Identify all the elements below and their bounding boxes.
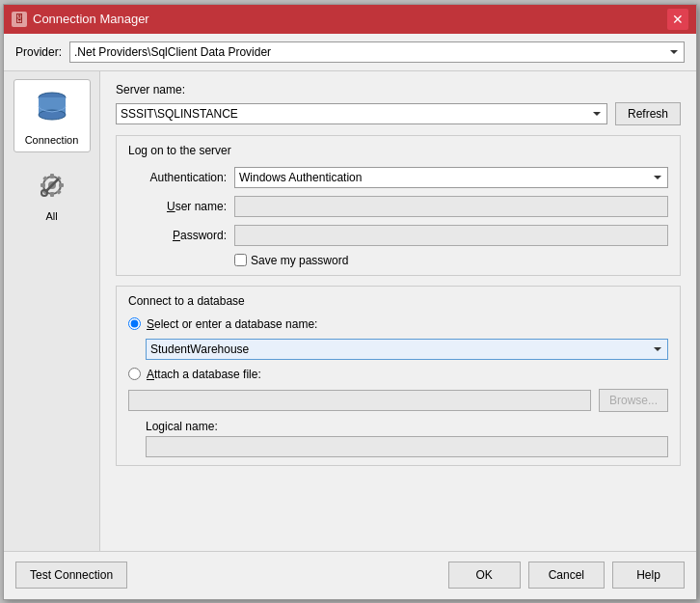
server-name-select[interactable]: SSSIT\SQLINSTANCE xyxy=(116,103,607,124)
db-select-wrap: StudentWarehouse xyxy=(146,339,668,360)
logon-group: Log on to the server Authentication: Win… xyxy=(116,135,681,276)
title-bar: 🗄 Connection Manager ✕ xyxy=(4,5,696,34)
save-password-label: Save my password xyxy=(251,254,348,267)
db-name-select[interactable]: StudentWarehouse xyxy=(146,339,668,360)
auth-select[interactable]: Windows Authentication xyxy=(234,167,668,188)
username-input[interactable] xyxy=(234,196,668,217)
attach-file-input[interactable] xyxy=(128,390,591,411)
provider-label: Provider: xyxy=(15,45,62,59)
database-title: Connect to a database xyxy=(128,294,668,308)
attach-file-row: Browse... xyxy=(128,389,668,412)
svg-rect-6 xyxy=(50,174,54,178)
auth-row: Authentication: Windows Authentication xyxy=(128,167,668,188)
connection-manager-window: 🗄 Connection Manager ✕ Provider: .Net Pr… xyxy=(3,4,697,600)
ok-button[interactable]: OK xyxy=(448,562,521,589)
username-label: User name: xyxy=(128,200,234,213)
svg-line-14 xyxy=(46,179,58,191)
window-title: Connection Manager xyxy=(33,12,149,26)
provider-bar: Provider: .Net Providers\SqlClient Data … xyxy=(4,34,696,71)
attach-db-radio-row: Attach a database file: xyxy=(128,368,668,381)
password-input[interactable] xyxy=(234,225,668,246)
close-button[interactable]: ✕ xyxy=(667,9,688,30)
database-group: Connect to a database Select or enter a … xyxy=(116,286,681,466)
server-section: Server name: SSSIT\SQLINSTANCE Refresh xyxy=(116,83,681,125)
svg-rect-8 xyxy=(40,183,45,187)
connection-icon xyxy=(29,86,75,132)
logical-name-row: Logical name: xyxy=(146,420,668,457)
password-row: Password: xyxy=(128,225,668,246)
refresh-button[interactable]: Refresh xyxy=(615,102,681,125)
server-row: SSSIT\SQLINSTANCE Refresh xyxy=(116,102,681,125)
help-button[interactable]: Help xyxy=(612,562,685,589)
select-db-radio-row: Select or enter a database name: xyxy=(128,317,668,331)
attach-db-radio-label: Attach a database file: xyxy=(147,368,261,381)
logical-name-label: Logical name: xyxy=(146,420,668,433)
password-label: Password: xyxy=(128,229,234,242)
select-db-radio-label: Select or enter a database name: xyxy=(147,317,317,331)
server-select-wrap: SSSIT\SQLINSTANCE xyxy=(116,103,607,124)
test-connection-button[interactable]: Test Connection xyxy=(15,562,127,589)
title-bar-left: 🗄 Connection Manager xyxy=(12,12,149,27)
auth-label: Authentication: xyxy=(128,171,234,184)
provider-select[interactable]: .Net Providers\SqlClient Data Provider xyxy=(69,41,685,63)
save-password-checkbox[interactable] xyxy=(234,254,247,266)
footer-right: OK Cancel Help xyxy=(448,562,685,589)
server-name-label: Server name: xyxy=(116,83,681,96)
svg-rect-10 xyxy=(42,176,48,181)
footer-left: Test Connection xyxy=(15,562,448,589)
svg-rect-11 xyxy=(56,189,62,195)
sidebar: Connection xyxy=(4,71,100,551)
password-label-text: Password: xyxy=(173,229,227,242)
form-area: Server name: SSSIT\SQLINSTANCE Refresh L… xyxy=(100,71,696,551)
sidebar-item-connection[interactable]: Connection xyxy=(13,79,91,152)
username-row: User name: xyxy=(128,196,668,217)
all-label: All xyxy=(45,210,57,222)
footer: Test Connection OK Cancel Help xyxy=(4,551,696,599)
svg-rect-9 xyxy=(59,183,64,187)
browse-button[interactable]: Browse... xyxy=(599,389,668,412)
all-icon xyxy=(29,162,75,208)
username-label-text: User name: xyxy=(167,200,227,213)
logical-name-input[interactable] xyxy=(146,436,668,457)
save-password-row: Save my password xyxy=(128,254,668,267)
logon-title: Log on to the server xyxy=(128,144,668,157)
cancel-button[interactable]: Cancel xyxy=(528,562,605,589)
select-db-radio[interactable] xyxy=(128,317,141,330)
sidebar-item-all[interactable]: All xyxy=(13,156,91,228)
attach-db-radio[interactable] xyxy=(128,368,141,380)
app-icon: 🗄 xyxy=(12,12,27,27)
svg-rect-7 xyxy=(50,192,54,197)
main-content: Connection xyxy=(4,71,696,551)
connection-label: Connection xyxy=(25,134,79,146)
